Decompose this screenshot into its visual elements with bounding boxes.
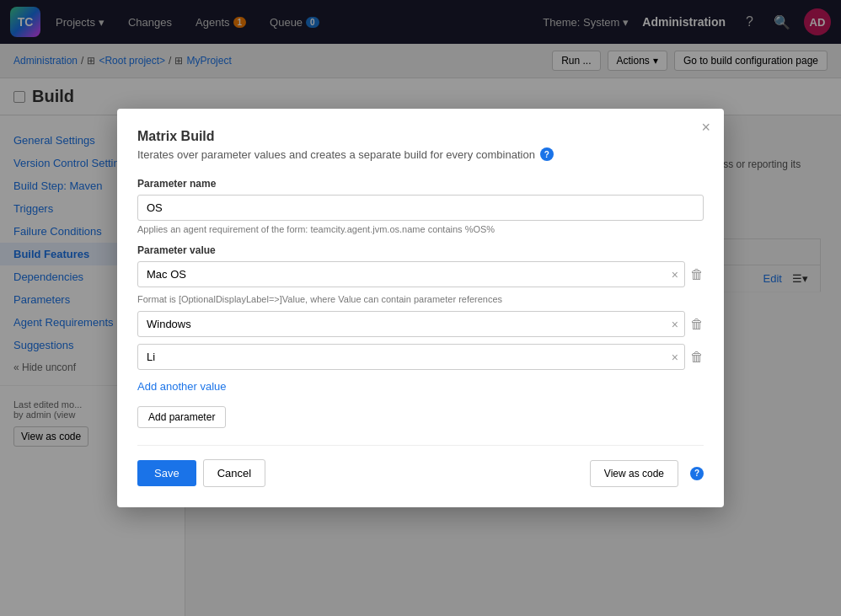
value-row-0: × 🗑 xyxy=(137,261,704,287)
value-row-2: × 🗑 xyxy=(137,344,704,370)
value-input-2[interactable] xyxy=(137,344,685,370)
modal-title: Matrix Build xyxy=(137,129,704,144)
modal-footer: Save Cancel View as code ? xyxy=(137,445,704,487)
value-clear-1[interactable]: × xyxy=(672,318,678,331)
modal-subtitle: Iterates over parameter values and creat… xyxy=(137,147,704,161)
add-parameter-button[interactable]: Add parameter xyxy=(137,406,226,428)
param-value-group: Parameter value × 🗑 Format is [OptionalD… xyxy=(137,244,704,370)
add-another-value-link[interactable]: Add another value xyxy=(137,380,227,393)
modal-close-button[interactable]: × xyxy=(701,119,710,137)
param-name-label: Parameter name xyxy=(137,178,704,190)
value-delete-1[interactable]: 🗑 xyxy=(690,317,704,332)
param-value-hint: Format is [OptionalDisplayLabel=>]Value,… xyxy=(137,294,704,304)
matrix-build-modal: Matrix Build × Iterates over parameter v… xyxy=(117,109,724,507)
value-delete-0[interactable]: 🗑 xyxy=(690,267,704,282)
view-as-code-button[interactable]: View as code xyxy=(590,460,678,487)
footer-help-icon[interactable]: ? xyxy=(690,467,704,480)
param-name-group: Parameter name Applies an agent requirem… xyxy=(137,178,704,234)
value-row-1: × 🗑 xyxy=(137,311,704,337)
modal-overlay: Matrix Build × Iterates over parameter v… xyxy=(0,0,841,616)
subtitle-help-icon[interactable]: ? xyxy=(540,147,554,161)
param-name-hint: Applies an agent requirement of the form… xyxy=(137,224,704,234)
value-clear-0[interactable]: × xyxy=(672,268,678,281)
value-input-1[interactable] xyxy=(137,311,685,337)
param-name-input[interactable] xyxy=(137,195,704,221)
param-value-label: Parameter value xyxy=(137,244,704,256)
value-input-0[interactable] xyxy=(137,261,685,287)
value-delete-2[interactable]: 🗑 xyxy=(690,350,704,365)
cancel-button[interactable]: Cancel xyxy=(203,459,265,487)
save-button[interactable]: Save xyxy=(137,460,196,486)
value-clear-2[interactable]: × xyxy=(672,351,678,364)
